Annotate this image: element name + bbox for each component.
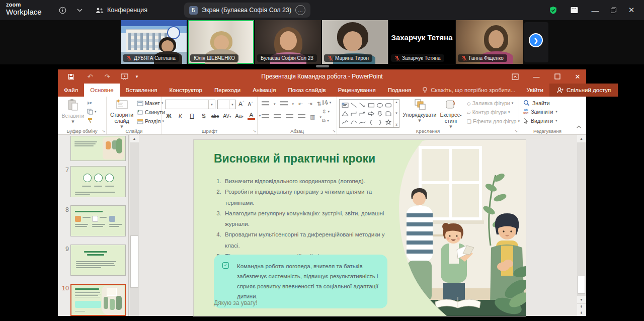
font-size-combo[interactable]: ▼ [217, 100, 236, 109]
sign-in-button[interactable]: Увійти [520, 84, 549, 97]
chevron-down-icon[interactable] [73, 0, 86, 20]
align-right-button[interactable] [286, 114, 293, 120]
down-arrow-shape[interactable] [376, 111, 383, 117]
drawing-dialog-launcher[interactable]: ↘ [514, 129, 518, 133]
line-spacing-button[interactable]: ⇅ [316, 101, 321, 107]
panel-scroll-up-icon[interactable]: ▲ [130, 135, 139, 142]
participant-tile[interactable]: ДУБЯГА Світлана [121, 20, 187, 64]
arrow-shape[interactable] [359, 102, 366, 108]
right-arrow-shape[interactable] [368, 111, 375, 117]
tab-insert[interactable]: Вставлення [120, 84, 164, 97]
new-slide-button[interactable]: Створити слайд▼ [109, 99, 135, 129]
participant-tile[interactable]: Марина Тирон [322, 20, 388, 64]
bullets-button[interactable] [262, 101, 269, 107]
line-shape[interactable] [350, 102, 357, 108]
text-box-shape[interactable] [342, 102, 349, 108]
paragraph-dialog-launcher[interactable]: ↘ [332, 129, 336, 133]
elbow-arrow-connector-shape[interactable] [359, 111, 366, 117]
justify-button[interactable] [298, 114, 305, 120]
quick-styles-button[interactable]: Експрес-стилі▼ [438, 99, 464, 129]
strikethrough-button[interactable]: abc [211, 113, 219, 119]
reset-button[interactable]: Скинути [137, 109, 165, 115]
thanks-text[interactable]: Дякую за увагу! [214, 299, 257, 306]
arrange-button[interactable]: Упорядкувати▼ [403, 99, 437, 123]
shapes-gallery[interactable]: ▲▼⊻ [339, 99, 399, 128]
zoom-restore-button[interactable] [605, 0, 622, 20]
align-left-button[interactable] [262, 114, 269, 120]
columns-button[interactable]: ▥ [310, 114, 315, 120]
star-shape[interactable] [385, 119, 392, 125]
decrease-font-button[interactable]: А˅ [248, 102, 253, 107]
ppt-minimize-button[interactable]: — [528, 69, 545, 84]
start-slideshow-icon[interactable] [118, 69, 130, 84]
increase-font-button[interactable]: А˄ [238, 101, 245, 108]
participant-tile[interactable]: Ганна Фіщенко [456, 20, 523, 64]
increase-indent-button[interactable]: ⇥ [307, 101, 312, 107]
snip-corner-shape[interactable] [385, 111, 392, 117]
apps-grid-icon[interactable] [568, 0, 581, 20]
ppt-maximize-button[interactable] [549, 69, 566, 84]
tab-transitions[interactable]: Переходи [208, 84, 247, 97]
tab-home[interactable]: Основне [84, 84, 119, 97]
panel-scrollbar[interactable]: ▲ [130, 135, 139, 316]
participant-tile[interactable]: Булаєва Софія Сол 23 [255, 20, 321, 64]
tab-design[interactable]: Конструктор [163, 84, 208, 97]
decrease-indent-button[interactable]: ⇤ [298, 101, 303, 107]
triangle-shape[interactable] [342, 111, 349, 117]
tab-file[interactable]: Файл [58, 84, 84, 97]
text-shadow-button[interactable]: S [200, 113, 207, 119]
convert-smartart-button[interactable]: ⧉▾ [322, 118, 329, 124]
tab-review[interactable]: Рецензування [332, 84, 382, 97]
canvas-scrollbar[interactable]: ▲ ▼ ⇞ ⇟ [577, 135, 586, 316]
find-button[interactable]: Знайти [523, 100, 550, 106]
tab-animations[interactable]: Анімація [247, 84, 282, 97]
customize-qat-icon[interactable]: ▾ [132, 69, 141, 84]
text-direction-button[interactable]: ∥A▾ [322, 100, 331, 105]
change-case-button[interactable]: Aa▾ [235, 113, 243, 119]
ppt-close-button[interactable]: ✕ [569, 69, 586, 84]
elbow-connector-shape[interactable] [350, 111, 357, 117]
italic-button[interactable]: К [177, 113, 184, 119]
zoom-close-button[interactable]: ✕ [623, 0, 640, 20]
tab-slideshow[interactable]: Показ слайдів [282, 84, 332, 97]
font-name-combo[interactable]: ▼ [165, 100, 215, 109]
character-spacing-button[interactable]: AV▾ [223, 113, 231, 119]
font-dialog-launcher[interactable]: ↘ [253, 129, 256, 133]
info-icon[interactable] [56, 0, 68, 20]
participant-tile-active-speaker[interactable]: Юлія ШЕВЧЕНКО [188, 20, 254, 64]
tab-shared-screen[interactable]: Б Экран (Булаєва Софія Сол 23) … [184, 3, 310, 18]
redo-icon[interactable]: ↷ [101, 69, 113, 84]
slide-thumbnail-7[interactable] [70, 166, 126, 197]
layout-button[interactable]: Макет▾ [137, 100, 163, 106]
shapes-gallery-scrollbar[interactable]: ▲▼⊻ [393, 100, 399, 127]
align-text-button[interactable]: ⇳▾ [322, 109, 330, 114]
clipboard-dialog-launcher[interactable]: ↘ [102, 129, 105, 133]
zoom-minimize-button[interactable]: — [587, 0, 604, 20]
numbering-button[interactable] [280, 101, 288, 107]
tab-options-icon[interactable]: … [295, 5, 305, 15]
bold-button[interactable]: Ж [165, 113, 173, 119]
tell-me-search[interactable]: Скажіть, що потрібно зробити... [417, 84, 520, 97]
paste-button[interactable]: Вставити▼ [62, 99, 84, 124]
collapse-ribbon-icon[interactable] [576, 124, 584, 131]
ribbon-display-options-icon[interactable] [507, 69, 524, 84]
participant-tile[interactable]: Захарчук Тетяна Захарчук Тетяна [389, 20, 455, 64]
cut-button[interactable]: ✂ [87, 100, 92, 107]
tab-meeting[interactable]: Конференция [92, 0, 151, 20]
strip-resize-handle[interactable] [316, 65, 329, 67]
canvas-scrollbar-thumb[interactable] [578, 276, 585, 294]
slide-thumbnail-8[interactable] [70, 205, 126, 236]
canvas-scroll-down-icon[interactable]: ▼ [577, 296, 586, 303]
font-color-button[interactable]: А [248, 112, 255, 120]
section-button[interactable]: Розділ▾ [137, 118, 164, 124]
format-painter-button[interactable] [87, 118, 93, 124]
curve-shape[interactable] [359, 119, 366, 125]
replace-button[interactable]: ab час Замінити▾ [523, 109, 557, 115]
underline-button[interactable]: П [188, 113, 196, 119]
slide-thumbnail-9[interactable] [70, 245, 126, 276]
oval-shape[interactable] [376, 102, 383, 108]
security-shield-icon[interactable] [546, 0, 559, 20]
save-icon[interactable] [65, 69, 77, 84]
tab-view[interactable]: Подання [382, 84, 417, 97]
right-brace-shape[interactable] [376, 119, 383, 125]
